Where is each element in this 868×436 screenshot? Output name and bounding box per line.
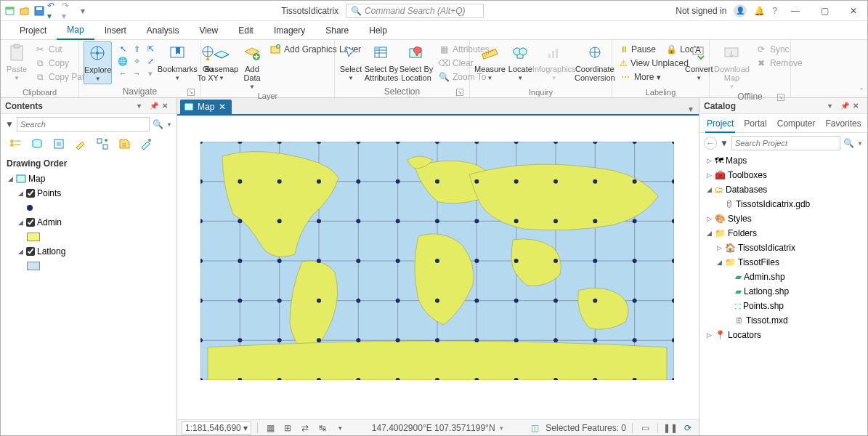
download-map-button[interactable]: Download Map▼: [714, 41, 750, 92]
filter-icon[interactable]: ▼: [5, 119, 14, 129]
minimize-button[interactable]: —: [784, 2, 806, 20]
convert-labels-button[interactable]: AConvert▼: [685, 41, 713, 83]
catalog-styles-node[interactable]: ▷🎨Styles: [702, 211, 864, 226]
notifications-icon[interactable]: 🔔: [754, 6, 765, 16]
measure-button[interactable]: Measure▼: [474, 41, 506, 83]
pause-drawing-icon[interactable]: ❚❚: [664, 422, 677, 434]
map-canvas[interactable]: [177, 114, 699, 419]
nav-arrows[interactable]: ↖⇧⇱ 🌐✧⤢ ←→▾: [116, 43, 157, 79]
select-by-attributes-button[interactable]: Select By Attributes: [365, 41, 397, 84]
signin-status[interactable]: Not signed in: [676, 6, 726, 16]
list-by-labeling-icon[interactable]: [117, 137, 131, 151]
catalog-folder-tissotfiles[interactable]: ◢📁TissotFiles: [702, 255, 864, 270]
catalog-file-admin[interactable]: ▰Admin.shp: [702, 270, 864, 284]
refresh-icon[interactable]: ⟳: [681, 422, 694, 434]
tab-edit[interactable]: Edit: [228, 22, 264, 39]
offline-launcher[interactable]: ↘: [777, 94, 784, 101]
catalog-file-points[interactable]: ⸬Points.shp: [702, 299, 864, 313]
catalog-tab-favorites[interactable]: Favorites: [824, 117, 862, 132]
list-by-selection-icon[interactable]: [52, 137, 66, 151]
maximize-button[interactable]: ▢: [814, 2, 835, 20]
catalog-back-icon[interactable]: ←: [704, 137, 717, 150]
bookmarks-button[interactable]: Bookmarks▼: [161, 41, 193, 83]
status-menu-icon[interactable]: ▾: [333, 422, 346, 434]
navigate-launcher[interactable]: ↘: [187, 89, 195, 96]
tab-map[interactable]: Map: [57, 21, 94, 40]
catalog-toggle-icon[interactable]: ▭: [638, 422, 652, 434]
catalog-gdb-node[interactable]: 🛢TissotsIdicatrix.gdb: [702, 197, 864, 211]
tree-map-node[interactable]: ◢Map: [4, 171, 174, 186]
correction-icon[interactable]: ↹: [316, 422, 329, 434]
catalog-filter-icon[interactable]: ▼: [720, 138, 729, 148]
tab-view[interactable]: View: [189, 22, 228, 39]
snap-grid-icon[interactable]: ▦: [264, 422, 277, 434]
catalog-file-tissotmxd[interactable]: 🗎Tissot.mxd: [702, 313, 864, 328]
remove-button[interactable]: ✖Remove: [753, 57, 806, 70]
more-labeling-button[interactable]: ⋯More ▾: [617, 70, 682, 84]
locate-button[interactable]: Locate▼: [508, 41, 532, 83]
catalog-close-icon[interactable]: ✕: [853, 102, 863, 110]
view-unplaced-button[interactable]: ⚠View Unplaced: [617, 57, 682, 70]
selection-launcher[interactable]: ↘: [456, 89, 463, 96]
map-tab-close-icon[interactable]: ✕: [219, 102, 226, 112]
map-view-tab[interactable]: Map ✕: [180, 100, 232, 114]
catalog-dropdown-icon[interactable]: ▾: [828, 102, 838, 110]
points-symbol[interactable]: [4, 201, 174, 215]
avatar[interactable]: 👤: [734, 4, 747, 17]
list-by-drawing-order-icon[interactable]: [8, 137, 23, 151]
select-button[interactable]: Select▼: [339, 41, 362, 83]
command-search[interactable]: 🔍 Command Search (Alt+Q): [346, 4, 484, 18]
tree-layer-latlong[interactable]: ◢Latlong: [4, 244, 174, 259]
redo-icon[interactable]: ↷ ▾: [62, 4, 75, 17]
search-dropdown-icon[interactable]: ▼: [166, 121, 172, 128]
search-icon[interactable]: 🔍: [153, 119, 163, 129]
catalog-tab-portal[interactable]: Portal: [742, 117, 768, 132]
catalog-folders-node[interactable]: ◢📁Folders: [702, 226, 864, 241]
catalog-search-dropdown-icon[interactable]: ▼: [857, 140, 863, 147]
tree-layer-admin[interactable]: ◢Admin: [4, 215, 174, 230]
infographics-button[interactable]: Infographics▼: [535, 41, 573, 83]
catalog-tab-project[interactable]: Project: [705, 117, 735, 133]
catalog-folder-tissots[interactable]: ▷🏠TissotsIdicatrix: [702, 241, 864, 255]
contents-close-icon[interactable]: ✕: [162, 102, 172, 110]
catalog-file-latlong[interactable]: ▰Latlong.shp: [702, 284, 864, 299]
catalog-toolboxes-node[interactable]: ▷🧰Toolboxes: [702, 168, 864, 182]
help-icon[interactable]: ?: [772, 6, 777, 16]
snap-toggle-icon[interactable]: ⊞: [281, 422, 294, 434]
tab-analysis[interactable]: Analysis: [137, 22, 190, 39]
list-by-source-icon[interactable]: [30, 137, 44, 151]
list-by-snapping-icon[interactable]: [95, 137, 110, 151]
dynamic-constraints-icon[interactable]: ⇄: [299, 422, 312, 434]
contents-dropdown-icon[interactable]: ▾: [137, 102, 147, 110]
map-tabs-menu-icon[interactable]: ▾: [686, 104, 696, 114]
contents-search-input[interactable]: [17, 117, 150, 132]
basemap-button[interactable]: Basemap▼: [206, 41, 238, 83]
paste-button[interactable]: Paste▼: [5, 41, 28, 83]
add-data-button[interactable]: Add Data▼: [240, 41, 264, 92]
coordinate-conversion-button[interactable]: Coordinate Conversion: [576, 41, 614, 84]
catalog-tab-computer[interactable]: Computer: [776, 117, 817, 132]
admin-symbol[interactable]: [4, 230, 174, 244]
select-by-location-button[interactable]: Select By Location: [400, 41, 432, 84]
qat-customize-icon[interactable]: ▾: [76, 4, 89, 17]
catalog-pin-icon[interactable]: 📌: [840, 102, 851, 110]
open-project-icon[interactable]: [18, 4, 31, 17]
save-icon[interactable]: [33, 4, 46, 17]
catalog-search-icon[interactable]: 🔍: [843, 138, 854, 148]
new-project-icon[interactable]: [4, 4, 17, 17]
list-by-editing-icon[interactable]: [73, 137, 88, 151]
tab-share[interactable]: Share: [315, 22, 359, 39]
undo-icon[interactable]: ↶ ▾: [47, 4, 60, 17]
catalog-locators-node[interactable]: ▷📍Locators: [702, 328, 864, 342]
catalog-databases-node[interactable]: ◢🗂Databases: [702, 182, 864, 197]
tree-layer-points[interactable]: ◢Points: [4, 186, 174, 201]
pause-labeling-button[interactable]: ⏸Pause 🔒Lock: [617, 43, 682, 56]
tab-project[interactable]: Project: [9, 22, 57, 39]
points-checkbox[interactable]: [26, 189, 35, 198]
scale-input[interactable]: 1:181,546,690 ▾: [182, 421, 251, 435]
tab-insert[interactable]: Insert: [94, 22, 137, 39]
tab-help[interactable]: Help: [359, 22, 397, 39]
catalog-search-input[interactable]: [731, 136, 840, 150]
contents-pin-icon[interactable]: 📌: [150, 102, 160, 110]
close-button[interactable]: ✕: [843, 2, 864, 20]
